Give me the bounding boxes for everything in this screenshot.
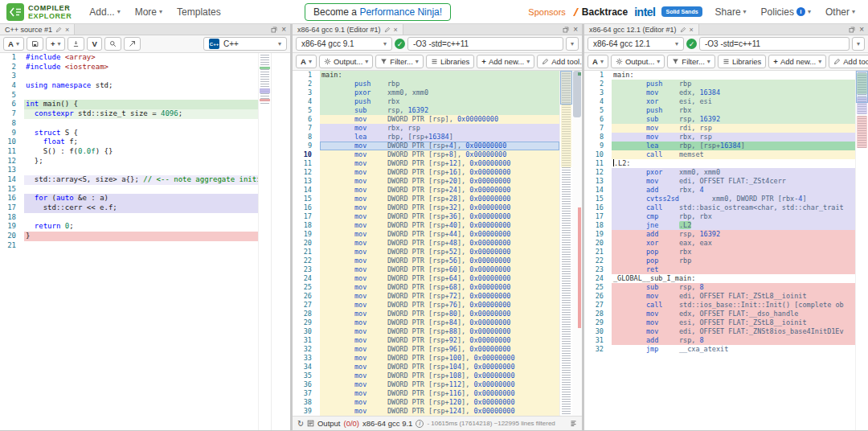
font-size-button[interactable]: A▾ xyxy=(3,37,24,51)
line-text[interactable]: jne .L2 xyxy=(612,221,855,230)
line-text[interactable]: .L2: xyxy=(612,159,855,168)
line-text[interactable]: mov DWORD PTR [rsp+76], 0x00000000 xyxy=(320,301,559,310)
vim-mode-button[interactable]: V xyxy=(87,37,101,51)
tab-source[interactable]: C++ source #1 × xyxy=(0,24,75,35)
code-line[interactable]: 18 mov DWORD PTR [rsp+40], 0x00000000 xyxy=(293,221,559,230)
line-text[interactable]: mov rbx, rsp xyxy=(320,124,559,133)
line-text[interactable]: mov DWORD PTR [rsp+48], 0x00000000 xyxy=(320,239,559,248)
line-text[interactable]: mov DWORD PTR [rsp+84], 0x00000000 xyxy=(320,318,559,327)
source-minimap[interactable] xyxy=(258,53,271,430)
line-text[interactable]: mov DWORD PTR [rsp+28], 0x00000000 xyxy=(320,195,559,203)
line-text[interactable]: call std::ios_base::Init::Init() [comple… xyxy=(612,301,855,310)
add-tool-button[interactable]: Add tool...▾ xyxy=(537,55,582,68)
options-dropdown-button[interactable]: ▾ xyxy=(566,37,579,51)
code-line[interactable]: 22 pop rbp xyxy=(584,257,855,265)
line-text[interactable]: call memset xyxy=(612,150,855,159)
code-line[interactable]: 12 mov DWORD PTR [rsp+16], 0x00000000 xyxy=(293,168,559,177)
options-dropdown-button[interactable]: ▾ xyxy=(852,37,865,51)
line-text[interactable]: mov DWORD PTR [rsp+116], 0x00000000 xyxy=(320,389,559,398)
line-text[interactable]: mov DWORD PTR [rsp+80], 0x00000000 xyxy=(320,310,559,318)
line-text[interactable]: pop rbp xyxy=(612,257,855,265)
asm2-code[interactable]: 1main:2 push rbp3 mov edx, 163844 xor es… xyxy=(584,71,855,430)
code-line[interactable]: 5 xyxy=(0,91,258,101)
code-line[interactable]: 25 mov DWORD PTR [rsp+68], 0x00000000 xyxy=(293,283,559,292)
code-line[interactable]: 34 mov DWORD PTR [rsp+104], 0x00000000 xyxy=(293,363,559,371)
line-text[interactable]: mov edi, OFFSET FLAT:_ZNSt8ios_base4Init… xyxy=(612,327,855,336)
lines-filtered-icon[interactable] xyxy=(570,420,577,427)
popout-icon[interactable] xyxy=(271,27,277,33)
compiler-select[interactable]: x86-64 gcc 9.1 ▾ xyxy=(296,37,392,51)
line-text[interactable]: mov rdi, rsp xyxy=(612,124,855,133)
code-line[interactable]: 13 mov edi, OFFSET FLAT:_ZSt4cerr xyxy=(584,177,855,186)
code-line[interactable]: 3 xyxy=(0,72,258,81)
code-line[interactable]: 17 std::cerr << e.f; xyxy=(0,203,258,213)
code-line[interactable]: 9 struct S { xyxy=(0,129,258,138)
code-line[interactable]: 8 mov rbx, rsp xyxy=(584,133,855,142)
asm1-minimap[interactable] xyxy=(559,71,572,416)
code-line[interactable]: 21 xyxy=(0,241,258,251)
line-text[interactable]: sub rsp, 16392 xyxy=(320,106,559,115)
code-line[interactable]: 10 mov DWORD PTR [rsp+8], 0x00000000 xyxy=(293,150,559,159)
line-text[interactable]: add rsp, 16392 xyxy=(612,230,855,239)
line-text[interactable]: std::array<S, size> a{}; // <-- note agg… xyxy=(24,175,258,185)
code-line[interactable]: 26 mov DWORD PTR [rsp+72], 0x00000000 xyxy=(293,292,559,301)
code-line[interactable]: 1#include <array> xyxy=(0,53,258,63)
code-line[interactable]: 18 xyxy=(0,213,258,223)
menu-more[interactable]: More▾ xyxy=(129,4,169,20)
tab-close-icon[interactable]: × xyxy=(394,26,398,34)
menu-other[interactable]: Other▾ xyxy=(819,4,862,20)
line-text[interactable]: mov DWORD PTR [rsp+12], 0x00000000 xyxy=(320,159,559,168)
code-line[interactable]: 12 pxor xmm0, xmm0 xyxy=(584,168,855,177)
code-line[interactable]: 14 add rbx, 4 xyxy=(584,186,855,195)
add-paste-button[interactable]: +▾ xyxy=(46,37,66,51)
line-text[interactable]: push rbp xyxy=(320,80,559,88)
code-line[interactable]: 29 mov esi, OFFSET FLAT:_ZStL8__ioinit xyxy=(584,318,855,327)
code-line[interactable]: 23 ret xyxy=(584,265,855,274)
code-line[interactable]: 22 mov DWORD PTR [rsp+56], 0x00000000 xyxy=(293,257,559,265)
line-text[interactable]: cmp rbp, rbx xyxy=(612,212,855,221)
line-text[interactable]: add rsp, 8 xyxy=(612,336,855,345)
compiler-options-input[interactable]: -O3 -std=c++11 xyxy=(699,37,850,51)
line-text[interactable]: jmp __cxa_atexit xyxy=(612,345,855,354)
load-save-button[interactable] xyxy=(68,37,84,51)
line-text[interactable]: mov DWORD PTR [rsp+100], 0x00000000 xyxy=(320,354,559,363)
search-button[interactable] xyxy=(104,37,121,51)
asm1-editor[interactable]: 1main:2 push rbp3 pxor xmm0, xmm04 push … xyxy=(293,71,582,416)
line-text[interactable]: push rbx xyxy=(612,106,855,115)
code-line[interactable]: 2 push rbp xyxy=(584,80,855,88)
tab-asm2[interactable]: x86-64 gcc 12.1 (Editor #1) × xyxy=(584,24,699,35)
code-line[interactable]: 38 mov DWORD PTR [rsp+120], 0x00000000 xyxy=(293,398,559,407)
code-line[interactable]: 20} xyxy=(0,232,258,241)
code-line[interactable]: 13 xyxy=(0,166,258,175)
line-text[interactable]: struct S { xyxy=(24,129,258,138)
font-size-button[interactable]: A▾ xyxy=(296,55,317,68)
sponsor-intel[interactable]: intel xyxy=(634,6,655,18)
code-line[interactable]: 27 call std::ios_base::Init::Init() [com… xyxy=(584,301,855,310)
code-line[interactable]: 25 sub rsp, 8 xyxy=(584,283,855,292)
line-text[interactable]: mov DWORD PTR [rsp+56], 0x00000000 xyxy=(320,257,559,265)
line-text[interactable]: mov DWORD PTR [rsp+4], 0x00000000 xyxy=(320,142,559,150)
pane-close-icon[interactable]: × xyxy=(859,25,864,34)
line-text[interactable]: _GLOBAL__sub_I_main: xyxy=(612,274,855,283)
line-text[interactable]: }; xyxy=(24,157,258,166)
code-line[interactable]: 21 mov DWORD PTR [rsp+52], 0x00000000 xyxy=(293,248,559,257)
line-text[interactable]: mov DWORD PTR [rsp+96], 0x00000000 xyxy=(320,345,559,354)
code-line[interactable]: 9 mov DWORD PTR [rsp+4], 0x00000000 xyxy=(293,142,559,150)
minimap-slider[interactable] xyxy=(560,71,572,105)
line-text[interactable]: mov DWORD PTR [rsp+24], 0x00000000 xyxy=(320,186,559,195)
output-button[interactable]: Output...▾ xyxy=(319,55,373,68)
line-text[interactable]: xor eax, eax xyxy=(612,239,855,248)
libraries-button[interactable]: Libraries xyxy=(426,55,474,68)
line-text[interactable]: ret xyxy=(612,265,855,274)
info-icon[interactable]: i xyxy=(416,420,424,428)
code-line[interactable]: 36 mov DWORD PTR [rsp+112], 0x00000000 xyxy=(293,380,559,389)
compiler-options-input[interactable]: -O3 -std=c++11 xyxy=(407,37,563,51)
line-text[interactable]: sub rsp, 8 xyxy=(612,283,855,292)
line-text[interactable]: mov DWORD PTR [rsp+44], 0x00000000 xyxy=(320,230,559,239)
asm2-minimap[interactable] xyxy=(855,71,868,430)
minimap-slider[interactable] xyxy=(856,71,868,103)
code-line[interactable]: 28 mov DWORD PTR [rsp+80], 0x00000000 xyxy=(293,310,559,318)
line-text[interactable]: mov edi, OFFSET FLAT:_ZStL8__ioinit xyxy=(612,292,855,301)
libraries-button[interactable]: Libraries xyxy=(718,55,766,68)
code-line[interactable]: 2 push rbp xyxy=(293,80,559,88)
